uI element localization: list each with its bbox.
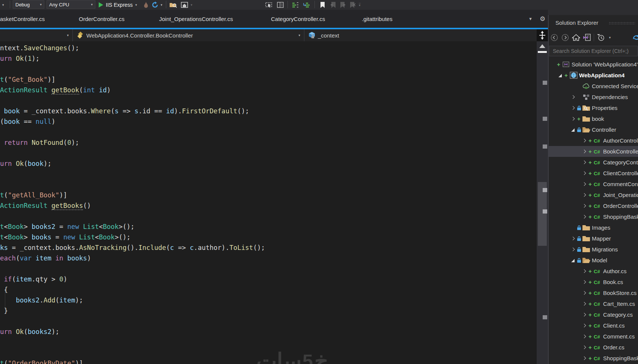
collapsed-arrow-icon[interactable] <box>581 292 587 294</box>
tree-item-book[interactable]: +book <box>549 113 638 124</box>
split-window-button[interactable] <box>537 29 548 41</box>
tree-item-shoppingbasket-cs[interactable]: +C#ShoppingBasket.cs <box>549 353 638 364</box>
tree-item-properties[interactable]: Properties <box>549 102 638 113</box>
tree-item-model[interactable]: Model <box>549 255 638 266</box>
next-bookmark-button-disabled[interactable] <box>339 0 347 10</box>
sync-with-active-document-button[interactable] <box>632 33 638 42</box>
tree-item-clientcontroller-cs[interactable]: +C#ClientController.cs <box>549 168 638 179</box>
expanded-arrow-icon[interactable] <box>570 259 576 262</box>
collapsed-arrow-icon[interactable] <box>570 96 576 98</box>
refresh-button[interactable] <box>151 0 159 10</box>
tree-item-shoppingbasketcontroller-cs[interactable]: +C#ShoppingBasketController.cs <box>549 211 638 222</box>
tree-item-migrations[interactable]: Migrations <box>549 244 638 255</box>
collapsed-arrow-icon[interactable] <box>581 194 587 196</box>
tree-item-categorycontroller-cs[interactable]: +C#CategoryController.cs <box>549 157 638 168</box>
switch-views-button[interactable] <box>583 33 591 42</box>
tree-item-dependencies[interactable]: Dependencies <box>549 92 638 102</box>
debug-configuration-dropdown[interactable]: Debug▾ <box>13 0 44 9</box>
collapsed-arrow-icon[interactable] <box>581 270 587 272</box>
git-added-badge: + <box>587 203 593 209</box>
project-dropdown[interactable]: ▾ <box>0 29 73 41</box>
document-tab-1[interactable]: OrderController.cs <box>79 10 125 28</box>
toolbar-options-overflow[interactable]: ▾ <box>359 0 361 10</box>
collapsed-arrow-icon[interactable] <box>581 172 587 174</box>
document-tab-2[interactable]: Joint_OperationsController.cs <box>159 10 233 28</box>
collapsed-arrow-icon[interactable] <box>581 335 587 338</box>
select-box-button[interactable] <box>265 0 273 10</box>
toolbar-overflow-left-icon[interactable]: ▾ <box>2 0 4 10</box>
filter-dropdown[interactable]: ▾ <box>608 33 612 42</box>
decrease-indent-button[interactable] <box>291 0 299 10</box>
tree-item-order-cs[interactable]: +C#Order.cs <box>549 342 638 353</box>
hidden-tabs-dropdown[interactable]: ▼ <box>528 10 533 28</box>
document-tab-3[interactable]: CategoryController.cs <box>271 10 325 28</box>
profiler-flame-button[interactable] <box>142 0 150 10</box>
tree-item-bookcontroller-cs[interactable]: +C#BookController.cs <box>549 146 638 157</box>
type-dropdown[interactable]: WebApplication4.Controller.BookControlle… <box>73 29 304 41</box>
tree-item-connected-services[interactable]: Connected Services <box>549 81 638 92</box>
code-editor[interactable]: ntext.SaveChanges();urn Ok(1); t("Get_Bo… <box>0 41 537 364</box>
tree-item-images[interactable]: Images <box>549 222 638 233</box>
document-tab-4[interactable]: .gitattributes <box>362 10 393 28</box>
chevron-down-icon: ▾ <box>135 3 137 7</box>
platform-value: Any CPU <box>49 2 69 8</box>
collapsed-arrow-icon[interactable] <box>570 248 576 251</box>
back-button[interactable] <box>550 33 558 42</box>
tree-item-commentcontroller-cs[interactable]: +C#CommentController.cs <box>549 179 638 190</box>
toolbar-mini-overflow-icon[interactable]: ▾ <box>191 0 193 10</box>
collapsed-arrow-icon[interactable] <box>570 237 576 240</box>
tree-item-mapper[interactable]: Mapper <box>549 233 638 244</box>
tree-item-client-cs[interactable]: +C#Client.cs <box>549 320 638 331</box>
collapsed-arrow-icon[interactable] <box>581 302 587 305</box>
tree-item-label: Migrations <box>592 246 618 253</box>
editor-vertical-scrollbar[interactable] <box>537 41 548 364</box>
collapsed-arrow-icon[interactable] <box>570 107 576 109</box>
expanded-arrow-icon[interactable] <box>570 128 576 131</box>
tree-item-solution-webapplication4-[interactable]: +Solution 'WebApplication4' <box>549 59 638 70</box>
prev-bookmark-button-disabled[interactable] <box>329 0 337 10</box>
tree-item-comment-cs[interactable]: +C#Comment.cs <box>549 331 638 342</box>
tree-item-ordercontroller-cs[interactable]: +C#OrderController.cs <box>549 200 638 211</box>
collapsed-arrow-icon[interactable] <box>581 183 587 185</box>
collapsed-arrow-icon[interactable] <box>581 205 587 207</box>
expanded-arrow-icon[interactable] <box>557 74 563 77</box>
forward-button[interactable] <box>561 33 569 42</box>
collapsed-arrow-icon[interactable] <box>570 117 576 120</box>
collapsed-arrow-icon[interactable] <box>581 150 587 153</box>
collapsed-arrow-icon[interactable] <box>581 313 587 316</box>
member-breadcrumb-label: _context <box>318 32 339 39</box>
platform-dropdown[interactable]: Any CPU▾ <box>47 0 95 9</box>
collapsed-arrow-icon[interactable] <box>581 215 587 218</box>
tree-item-controller[interactable]: Controller <box>549 124 638 135</box>
column-doc-button[interactable] <box>276 0 284 10</box>
tree-item-joint-operationscontroller-cs[interactable]: +C#Joint_OperationsController.cs <box>549 190 638 200</box>
document-tab-0[interactable]: asketController.cs <box>0 10 45 28</box>
refresh-dropdown[interactable]: ▾ <box>161 0 163 10</box>
clear-bookmarks-button-disabled[interactable] <box>348 0 357 10</box>
collapsed-arrow-icon[interactable] <box>581 346 587 349</box>
tree-item-author-cs[interactable]: +C#Author.cs <box>549 266 638 277</box>
tree-item-bookstore-cs[interactable]: +C#BookStore.cs <box>549 287 638 298</box>
collapsed-arrow-icon[interactable] <box>581 357 587 359</box>
solution-explorer-search-input[interactable]: Search Solution Explorer (Ctrl+;) <box>549 46 638 56</box>
collapsed-arrow-icon[interactable] <box>581 161 587 164</box>
pending-changes-filter-button[interactable] <box>597 33 605 42</box>
browse-home-button[interactable] <box>180 0 188 10</box>
tree-item-category-cs[interactable]: +C#Category.cs <box>549 309 638 320</box>
home-button[interactable] <box>572 33 580 42</box>
collapsed-arrow-icon[interactable] <box>581 281 587 283</box>
tree-item-cart-item-cs[interactable]: +C#Cart_Item.cs <box>549 298 638 309</box>
tab-options-gear[interactable]: ⚙ <box>540 10 545 28</box>
tree-item-webapplication4[interactable]: +WebApplication4 <box>549 70 638 81</box>
scrollbar-up-arrow-icon[interactable] <box>539 44 545 48</box>
tree-item-authorcontroller-cs[interactable]: +C#AuthorController.cs <box>549 135 638 146</box>
find-in-files-button[interactable] <box>169 0 177 10</box>
collapsed-arrow-icon[interactable] <box>581 324 587 327</box>
start-debug-button[interactable]: IIS Express ▾ <box>98 0 137 10</box>
tree-item-book-cs[interactable]: +C#Book.cs <box>549 277 638 287</box>
window-home-icon <box>181 2 188 8</box>
toggle-bookmark-button[interactable] <box>318 0 327 10</box>
collapsed-arrow-icon[interactable] <box>581 139 587 142</box>
member-dropdown[interactable]: _context ▾ <box>304 29 548 41</box>
increase-indent-button[interactable] <box>302 0 311 10</box>
